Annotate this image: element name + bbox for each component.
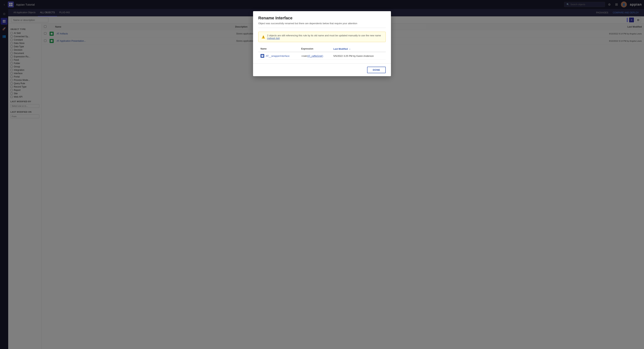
rename-interface-modal: Rename Interface Object was successfully…	[253, 11, 391, 76]
ref-expr-link[interactable]: AT_raffleGrid()	[308, 54, 323, 57]
modal-subtitle: Object was successfully renamed but ther…	[258, 22, 386, 25]
col-modified-header[interactable]: Last Modified ↓	[331, 46, 386, 52]
warning-text: 2 objects are still referencing this rul…	[267, 34, 382, 40]
modal-footer: DONE	[253, 63, 391, 76]
modal-title: Rename Interface	[258, 16, 386, 20]
warning-banner: ⚠️ 2 objects are still referencing this …	[258, 32, 386, 42]
modal-header: Rename Interface Object was successfully…	[253, 11, 391, 28]
references-table: Name Expression Last Modified ↓	[258, 46, 386, 60]
ref-modified-cell: 5/5/2022 3:25 PM by Karen Anderson	[331, 52, 386, 60]
modal-body: ⚠️ 2 objects are still referencing this …	[253, 28, 391, 63]
col-name-header: Name	[258, 46, 299, 52]
sort-arrow-icon: ↓	[349, 47, 350, 50]
ref-row-icon	[260, 54, 264, 58]
done-button[interactable]: DONE	[367, 67, 386, 73]
svg-rect-9	[262, 55, 263, 56]
modal-overlay: Rename Interface Object was successfully…	[0, 0, 644, 349]
ref-name-link[interactable]: AT__wrapperInterface	[266, 54, 290, 57]
ref-expr-cell: =rule!AT_raffleGrid()	[299, 52, 331, 60]
ref-table-row: AT__wrapperInterface =rule!AT_raffleGrid…	[258, 52, 386, 60]
col-expression-header: Expression	[299, 46, 331, 52]
refresh-list-link[interactable]: (refresh list)	[267, 37, 280, 40]
ref-name-cell: AT__wrapperInterface	[258, 52, 299, 60]
warning-icon: ⚠️	[262, 35, 265, 39]
